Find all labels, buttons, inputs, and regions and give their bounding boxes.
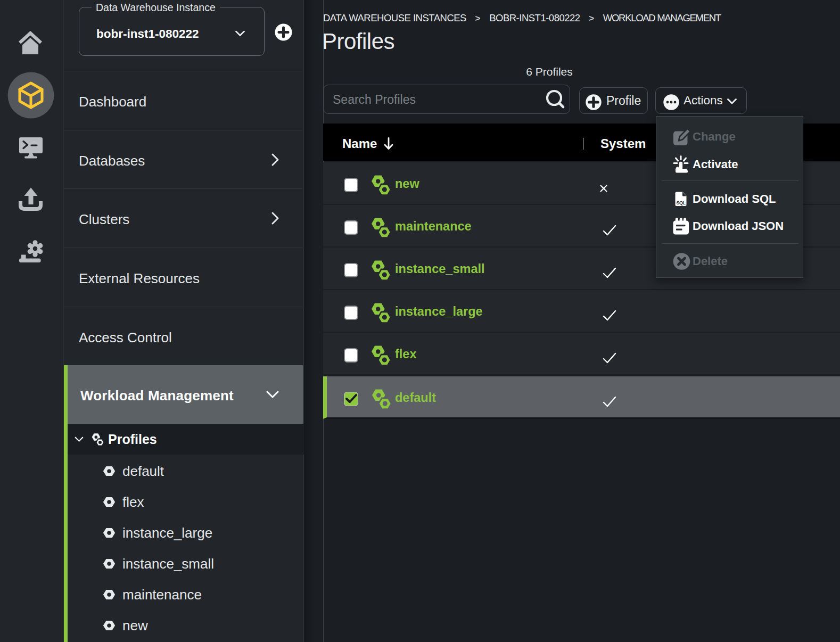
svg-text:SQL: SQL <box>676 200 686 205</box>
